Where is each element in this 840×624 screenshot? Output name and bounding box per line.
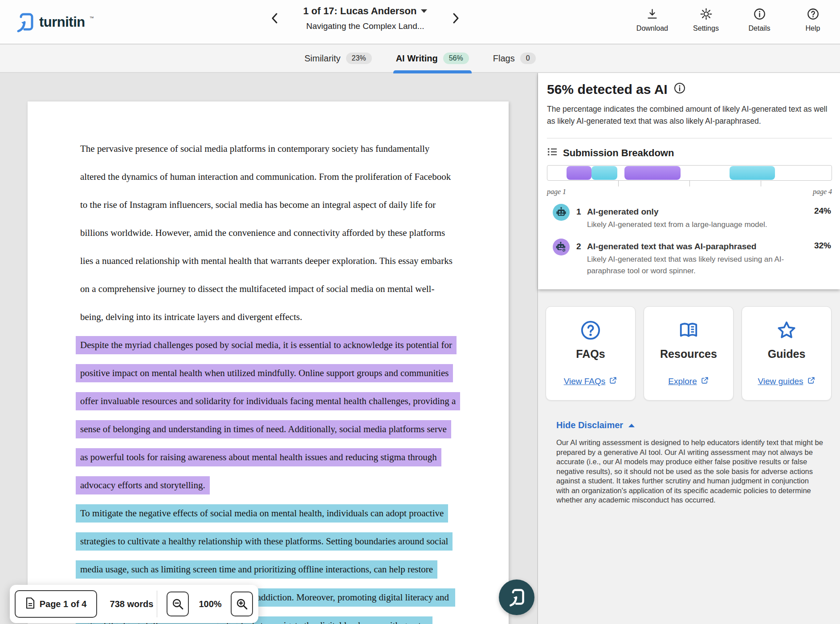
document-line-text: lies a nuanced relationship with mental … bbox=[76, 252, 457, 270]
legend-title: AI-generated only bbox=[587, 207, 658, 217]
help-button[interactable]: Help bbox=[797, 8, 828, 32]
chevron-down-icon bbox=[421, 9, 427, 13]
breakdown-segment-purple[interactable] bbox=[567, 166, 591, 180]
document-line[interactable]: To mitigate the negative effects of soci… bbox=[76, 504, 448, 523]
previous-submission-button[interactable] bbox=[267, 11, 282, 26]
tab-badge: 23% bbox=[346, 53, 372, 64]
card-title: Resources bbox=[644, 348, 733, 361]
legend-percentage: 24% bbox=[814, 206, 831, 216]
ai-summary-section: 56% detected as AI The percentage indica… bbox=[538, 73, 840, 289]
legend-item-2[interactable]: 2AI-generated text that was AI-paraphras… bbox=[547, 239, 831, 271]
resource-cards: FAQsView FAQsResourcesExploreGuidesView … bbox=[546, 306, 832, 401]
turnitin-logo-icon bbox=[15, 12, 35, 33]
logo-wordmark: turnitin bbox=[39, 14, 85, 30]
document-line[interactable]: sense of belonging and understanding in … bbox=[76, 420, 451, 438]
legend-number: 2 bbox=[576, 242, 581, 251]
breakdown-segment-purple[interactable] bbox=[624, 166, 681, 180]
document-line-text: billions worldwide. However, amid the co… bbox=[76, 224, 449, 242]
details-button[interactable]: Details bbox=[744, 8, 775, 32]
document-line[interactable]: media usage, such as limiting screen tim… bbox=[76, 560, 437, 579]
document-line: to the rise of Instagram influencers, so… bbox=[76, 196, 440, 214]
submission-selector[interactable]: 1 of 17: Lucas Anderson bbox=[303, 5, 428, 17]
zoom-out-button[interactable] bbox=[167, 592, 189, 616]
turnitin-logo: turnitin ™ bbox=[15, 12, 94, 33]
legend-item-1[interactable]: 1AI-generated onlyLikely AI-generated te… bbox=[547, 204, 831, 236]
card-link-label: View FAQs bbox=[564, 377, 606, 386]
info-icon[interactable] bbox=[674, 82, 685, 97]
document-line[interactable]: advocacy efforts and storytelling. bbox=[76, 476, 210, 494]
help-circle-icon bbox=[807, 8, 819, 22]
download-button[interactable]: Download bbox=[636, 8, 668, 32]
document-line: lies a nuanced relationship with mental … bbox=[76, 252, 457, 270]
document-line-text: as powerful tools for raising awareness … bbox=[76, 448, 441, 466]
document-line[interactable]: offer invaluable resources and solidarit… bbox=[76, 392, 460, 410]
document-line-text: positive impact on mental health when ut… bbox=[76, 364, 453, 382]
document-line[interactable]: as powerful tools for raising awareness … bbox=[76, 448, 441, 466]
header-actions: DownloadSettingsDetailsHelp bbox=[636, 8, 828, 32]
external-link-icon bbox=[701, 376, 709, 387]
tab-flags[interactable]: Flags0 bbox=[491, 44, 538, 73]
robot-icon bbox=[553, 204, 570, 221]
gear-icon bbox=[700, 8, 712, 22]
view-faqs-link[interactable]: View FAQs bbox=[546, 376, 635, 387]
card-link-label: View guides bbox=[758, 377, 803, 386]
resources-card: ResourcesExplore bbox=[644, 306, 734, 401]
document-line-text: Despite the myriad challenges posed by s… bbox=[76, 336, 457, 354]
document-icon bbox=[25, 597, 35, 611]
breakdown-bar bbox=[547, 165, 832, 181]
breakdown-tick bbox=[689, 181, 690, 186]
card-title: FAQs bbox=[546, 348, 635, 361]
action-label: Details bbox=[749, 24, 771, 32]
document-line[interactable]: strategies to cultivate a healthy relati… bbox=[76, 532, 453, 551]
breakdown-segment-cyan[interactable] bbox=[591, 166, 617, 180]
guides-card: GuidesView guides bbox=[742, 306, 832, 401]
view-guides-link[interactable]: View guides bbox=[742, 376, 831, 387]
ai-detected-description: The percentage indicates the combined am… bbox=[547, 103, 833, 127]
tab-similarity[interactable]: Similarity23% bbox=[302, 44, 373, 73]
book-icon bbox=[644, 320, 733, 340]
document-line: on a comprehensive journey to dissect th… bbox=[76, 280, 439, 298]
chevron-up-icon bbox=[628, 424, 635, 427]
document-line-text: being, delving into its intricate layers… bbox=[76, 308, 306, 326]
submission-title: Navigating the Complex Land... bbox=[282, 21, 448, 31]
word-count: 738 words bbox=[106, 585, 157, 623]
tab-ai-writing[interactable]: AI Writing56% bbox=[394, 44, 471, 73]
app-header: turnitin ™ 1 of 17: Lucas Anderson Navig… bbox=[0, 0, 840, 45]
download-icon bbox=[646, 8, 658, 22]
turnitin-mark-icon bbox=[508, 588, 526, 607]
document-line-text: to the rise of Instagram influencers, so… bbox=[76, 196, 440, 214]
document-line[interactable]: Despite the myriad challenges posed by s… bbox=[76, 336, 457, 354]
document-page: The pervasive presence of social media p… bbox=[28, 101, 509, 624]
turnitin-fab-button[interactable] bbox=[499, 579, 534, 615]
explore-link[interactable]: Explore bbox=[644, 376, 733, 387]
zoom-in-button[interactable] bbox=[231, 592, 253, 616]
document-line-text: The pervasive presence of social media p… bbox=[76, 140, 434, 158]
tab-badge: 0 bbox=[520, 53, 536, 64]
hide-disclaimer-label: Hide Disclaimer bbox=[556, 420, 623, 430]
page-indicator-button[interactable]: Page 1 of 4 bbox=[15, 590, 97, 618]
zoom-out-icon bbox=[171, 598, 184, 610]
faqs-card: FAQsView FAQs bbox=[546, 306, 636, 401]
document-line-text: on a comprehensive journey to dissect th… bbox=[76, 280, 439, 298]
legend-number: 1 bbox=[576, 207, 581, 217]
document-line-text: media usage, such as limiting screen tim… bbox=[76, 560, 437, 579]
document-viewer: The pervasive presence of social media p… bbox=[0, 73, 537, 624]
divider bbox=[157, 591, 157, 617]
document-line-text: strategies to cultivate a healthy relati… bbox=[76, 532, 453, 551]
document-line[interactable]: positive impact on mental health when ut… bbox=[76, 364, 453, 382]
submission-position-label: 1 of 17: Lucas Anderson bbox=[303, 5, 417, 17]
zoom-in-icon bbox=[236, 598, 248, 610]
disclaimer-text: Our AI writing assessment is designed to… bbox=[556, 438, 824, 505]
list-icon bbox=[547, 146, 558, 160]
info-circle-icon bbox=[754, 8, 766, 22]
breakdown-tick bbox=[761, 181, 761, 186]
document-line-text: altered the dynamics of human interactio… bbox=[76, 168, 455, 186]
settings-button[interactable]: Settings bbox=[690, 8, 722, 32]
next-submission-button[interactable] bbox=[448, 11, 463, 26]
page-indicator-label: Page 1 of 4 bbox=[40, 599, 87, 609]
external-link-icon bbox=[609, 376, 617, 387]
hide-disclaimer-toggle[interactable]: Hide Disclaimer bbox=[556, 420, 635, 430]
logo-trademark: ™ bbox=[90, 16, 94, 20]
breakdown-segment-cyan[interactable] bbox=[730, 166, 775, 180]
legend-description: Likely AI-generated text from a large-la… bbox=[587, 219, 796, 231]
